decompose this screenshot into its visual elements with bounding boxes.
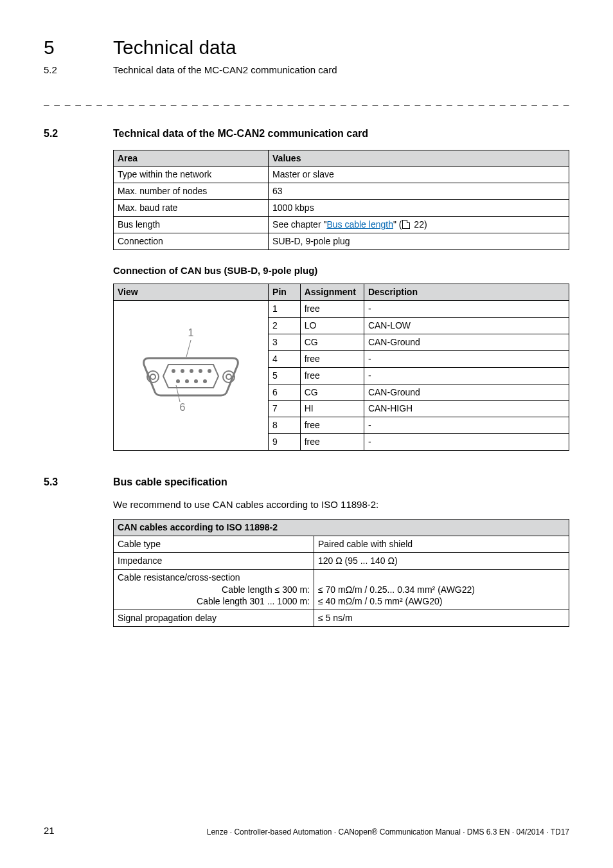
svg-text:1: 1 <box>188 327 194 338</box>
th-pin: Pin <box>269 284 301 301</box>
section-5-2-number: 5.2 <box>44 127 113 141</box>
footer-text: Lenze · Controller-based Automation · CA… <box>207 827 569 837</box>
th-view: View <box>114 284 269 301</box>
svg-text:6: 6 <box>180 402 186 413</box>
table-row: Type within the network Master or slave <box>114 167 569 183</box>
svg-point-13 <box>194 379 198 383</box>
table-row: Connection SUB-D, 9-pole plug <box>114 233 569 250</box>
connection-table: View Pin Assignment Description 1 <box>113 284 569 451</box>
section-5-2-title: Technical data of the MC-CAN2 communicat… <box>113 127 368 141</box>
svg-point-11 <box>176 379 180 383</box>
subd-connector-icon: 1 <box>136 326 245 422</box>
svg-point-9 <box>199 369 202 373</box>
table-row: 1 <box>114 301 569 318</box>
chapter-number: 5 <box>44 35 113 61</box>
svg-point-8 <box>190 369 193 373</box>
table-row: Impedance 120 Ω (95 ... 140 Ω) <box>114 552 569 569</box>
connection-heading: Connection of CAN bus (SUB-D, 9-pole plu… <box>113 264 569 277</box>
connector-diagram: 1 <box>114 301 269 451</box>
svg-point-5 <box>226 374 231 379</box>
subsection-number: 5.2 <box>44 64 113 77</box>
table-row: Signal propagation delay ≤ 5 ns/m <box>114 610 569 627</box>
table-row: Cable resistance/cross-section Cable len… <box>114 569 569 610</box>
th-values: Values <box>269 150 569 167</box>
chapter-title: Technical data <box>113 35 236 61</box>
svg-point-3 <box>150 374 155 379</box>
page-number: 21 <box>44 824 55 837</box>
section-5-3-title: Bus cable specification <box>113 475 227 489</box>
separator-dashes: _ _ _ _ _ _ _ _ _ _ _ _ _ _ _ _ _ _ _ _ … <box>44 95 569 107</box>
table-row: Max. baud rate 1000 kbps <box>114 200 569 217</box>
table-row: Max. number of nodes 63 <box>114 183 569 200</box>
section-5-3-intro: We recommend to use CAN cables according… <box>113 498 569 511</box>
th-can-cables: CAN cables according to ISO 11898-2 <box>114 519 569 536</box>
svg-point-6 <box>172 369 175 373</box>
subsection-title: Technical data of the MC-CAN2 communicat… <box>113 64 337 77</box>
table-row: Cable type Paired cable with shield <box>114 536 569 552</box>
svg-line-1 <box>186 340 191 357</box>
svg-point-7 <box>181 369 184 373</box>
page-ref-icon <box>402 220 410 229</box>
svg-point-10 <box>208 369 211 373</box>
svg-point-14 <box>203 379 207 383</box>
bus-cable-length-link[interactable]: Bus cable length <box>326 219 393 230</box>
th-assignment: Assignment <box>300 284 364 301</box>
th-area: Area <box>114 150 269 167</box>
section-5-3-number: 5.3 <box>44 475 113 489</box>
svg-point-12 <box>185 379 189 383</box>
th-description: Description <box>364 284 569 301</box>
table-row: Bus length See chapter "Bus cable length… <box>114 217 569 233</box>
tech-data-table: Area Values Type within the network Mast… <box>113 150 569 250</box>
bus-cable-spec-table: CAN cables according to ISO 11898-2 Cabl… <box>113 519 569 627</box>
